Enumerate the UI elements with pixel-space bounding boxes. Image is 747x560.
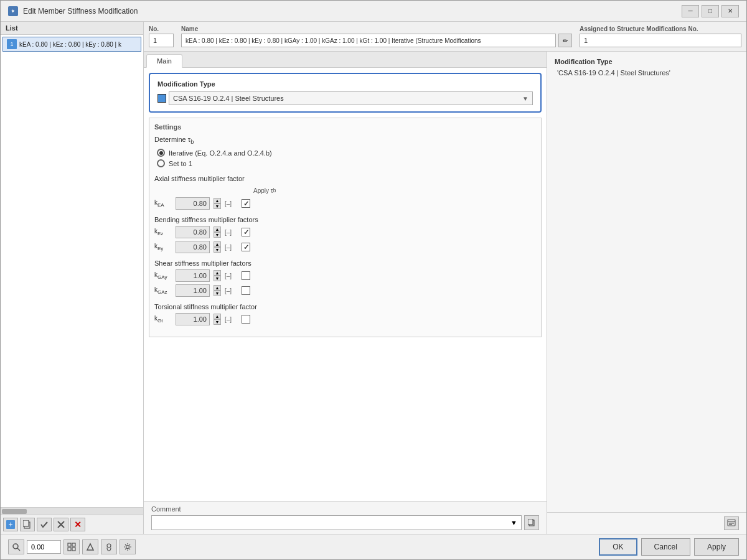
dropdown-value: CSA S16-19 O.2.4 | Steel Structures (173, 95, 284, 102)
window-icon: ✦ (8, 6, 18, 16)
arrow-button[interactable] (82, 539, 98, 554)
spinner-down[interactable]: ▼ (214, 276, 221, 281)
bending-kez-input[interactable]: 0.80 (176, 226, 210, 238)
ok-button[interactable]: OK (599, 538, 637, 556)
radio-iterative-circle[interactable] (157, 149, 165, 157)
torsional-kgt-row: kGt 1.00 ▲ ▼ [ (154, 313, 341, 325)
spinner-down[interactable]: ▼ (214, 203, 221, 209)
bending-kez-label: kEz (154, 228, 172, 236)
bending-key-apply (235, 243, 266, 251)
list-item-number: 1 (7, 39, 17, 49)
apply-button[interactable]: Apply (694, 538, 739, 556)
shear-kgaz-apply (235, 286, 266, 295)
bending-key-row: kEy 0.80 ▲ ▼ [ (154, 241, 341, 253)
torsional-kgt-spinner[interactable]: ▲ ▼ (214, 314, 221, 325)
svg-point-13 (13, 544, 18, 549)
spinner-up[interactable]: ▲ (214, 314, 221, 319)
shear-kgay-checkbox[interactable] (242, 271, 250, 280)
svg-rect-8 (528, 519, 533, 525)
delete-button[interactable]: ✕ (70, 518, 85, 531)
radio-set-to-1[interactable]: Set to 1 (157, 159, 341, 167)
shear-kgaz-input[interactable]: 1.00 (176, 284, 210, 297)
spinner-up[interactable]: ▲ (214, 270, 221, 276)
coordinate-display: 0.00 (27, 540, 61, 554)
bending-kez-checkbox[interactable] (242, 228, 250, 236)
shear-kgaz-label: kGAz (154, 286, 172, 295)
spinner-down[interactable]: ▼ (214, 247, 221, 253)
title-bar: ✦ Edit Member Stiffness Modification ─ □… (1, 1, 746, 22)
scrollbar-thumb[interactable] (2, 509, 27, 514)
axial-kea-input[interactable]: 0.80 (176, 197, 210, 210)
svg-rect-18 (72, 548, 75, 551)
determine-title: Determine τb (154, 136, 341, 145)
uncheck-button[interactable] (54, 518, 68, 531)
radio-set-to-1-circle[interactable] (157, 159, 165, 167)
no-field: No. 1 (149, 26, 174, 47)
spinner-down[interactable]: ▼ (214, 291, 221, 296)
torsional-kgt-input[interactable]: 1.00 (176, 313, 210, 325)
search-button[interactable] (8, 539, 24, 554)
bending-key-checkbox[interactable] (242, 243, 250, 251)
radio-iterative[interactable]: Iterative (Eq. O.2.4.a and O.2.4.b) (157, 149, 341, 157)
shear-kgay-apply (235, 271, 266, 280)
add-button[interactable]: + (3, 518, 18, 531)
right-info-panel: Modification Type 'CSA S16-19 O.2.4 | St… (547, 52, 746, 534)
svg-text:✕: ✕ (74, 520, 82, 529)
axial-kea-spinner[interactable]: ▲ ▼ (214, 198, 221, 209)
axial-kea-checkbox[interactable] (242, 199, 250, 208)
info-mod-type-value: 'CSA S16-19 O.2.4 | Steel Structures' (555, 69, 739, 77)
spinner-down[interactable]: ▼ (214, 319, 221, 325)
bending-kez-apply (235, 228, 266, 236)
cursor-button[interactable] (101, 539, 117, 554)
spinner-down[interactable]: ▼ (214, 232, 221, 238)
bending-key-input[interactable]: 0.80 (176, 241, 210, 253)
spinner-up[interactable]: ▲ (214, 226, 221, 232)
info-action-button[interactable] (724, 516, 739, 530)
main-panel: Main Modification Type CSA S16-19 O.2.4 … (144, 52, 547, 534)
torsional-kgt-apply (235, 315, 266, 324)
svg-point-21 (126, 546, 129, 549)
bending-title: Bending stiffness multiplier factors (154, 216, 341, 223)
grid-button[interactable] (63, 539, 80, 554)
bottom-right-actions: OK Cancel Apply (599, 538, 739, 556)
determine-section: Determine τb Iterative (Eq. O.2.4.a and … (154, 136, 341, 167)
list-item[interactable]: 1 kEA : 0.80 | kEz : 0.80 | kEy : 0.80 |… (2, 37, 141, 52)
shear-kgaz-checkbox[interactable] (242, 286, 250, 295)
info-content: Modification Type 'CSA S16-19 O.2.4 | St… (547, 52, 746, 512)
list-area[interactable]: 1 kEA : 0.80 | kEz : 0.80 | kEy : 0.80 |… (1, 35, 143, 507)
cancel-button[interactable]: Cancel (641, 538, 690, 556)
maximize-button[interactable]: □ (702, 5, 719, 17)
dropdown-arrow-icon: ▼ (522, 95, 529, 102)
spinner-up[interactable]: ▲ (214, 285, 221, 291)
name-edit-button[interactable]: ✏ (558, 34, 572, 47)
torsional-kgt-unit: [–] (225, 316, 232, 323)
check-button[interactable] (37, 518, 52, 531)
copy-button[interactable] (20, 518, 35, 531)
assigned-field: Assigned to Structure Modifications No. … (580, 26, 741, 47)
title-controls: ─ □ ✕ (682, 5, 739, 17)
close-button[interactable]: ✕ (721, 5, 739, 17)
horizontal-scrollbar[interactable] (1, 507, 143, 515)
dropdown-select[interactable]: CSA S16-19 O.2.4 | Steel Structures ▼ (169, 91, 533, 105)
svg-line-14 (17, 548, 20, 551)
bending-kez-spinner[interactable]: ▲ ▼ (214, 226, 221, 238)
radio-set-to-1-label: Set to 1 (169, 160, 192, 167)
modification-type-dropdown[interactable]: CSA S16-19 O.2.4 | Steel Structures ▼ (157, 91, 533, 105)
comment-input-row: ▼ (151, 515, 539, 530)
tab-main[interactable]: Main (146, 54, 182, 68)
minimize-button[interactable]: ─ (682, 5, 699, 17)
shear-kgay-row: kGAy 1.00 ▲ ▼ (154, 269, 341, 282)
comment-input[interactable]: ▼ (151, 515, 522, 530)
axial-section: Axial stiffness multiplier factor Apply … (154, 175, 341, 210)
shear-kgay-spinner[interactable]: ▲ ▼ (214, 270, 221, 281)
bending-key-spinner[interactable]: ▲ ▼ (214, 241, 221, 253)
shear-kgay-input[interactable]: 1.00 (176, 269, 210, 282)
spinner-up[interactable]: ▲ (214, 198, 221, 203)
comment-copy-button[interactable] (524, 515, 539, 530)
settings-button[interactable] (120, 539, 136, 554)
torsional-kgt-checkbox[interactable] (242, 315, 250, 324)
name-label: Name (181, 26, 572, 32)
shear-title: Shear stiffness multiplier factors (154, 259, 341, 267)
shear-kgaz-spinner[interactable]: ▲ ▼ (214, 285, 221, 296)
spinner-up[interactable]: ▲ (214, 241, 221, 247)
